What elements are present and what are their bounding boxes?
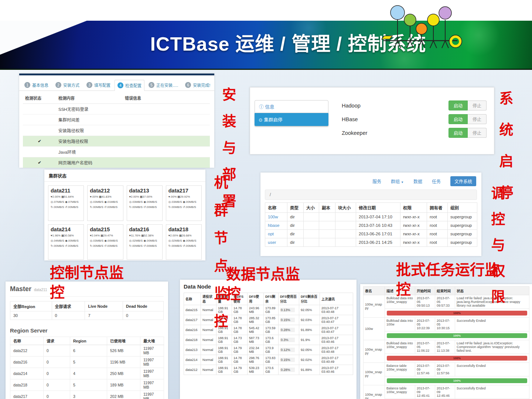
cell: supergroup	[448, 230, 477, 238]
balloon-people-logo	[381, 1, 466, 51]
service-row: HBase启动停止	[342, 112, 487, 126]
disk-write-icon: ↺	[183, 205, 185, 209]
memory-icon: ▦	[141, 234, 144, 237]
file-row: 100wdir2013-07-04 17:10rwxr-xr-xrootsupe…	[265, 213, 477, 221]
region-server-row: data21805189 MB11997 MB	[10, 379, 164, 391]
node-stat-line: ◎.02MB/S ◉.00MB/S	[129, 239, 160, 243]
file-link[interactable]: opt	[265, 230, 287, 238]
check-error	[123, 147, 210, 157]
node-stat-line: ♥.00% ▦29.92%	[168, 195, 199, 199]
cell: data214	[184, 355, 201, 365]
node-stat-line: ◎.07MB/S ◉.07MB/S	[51, 200, 81, 204]
cell: 92.05%	[299, 345, 320, 355]
step-label: 检查配置	[125, 82, 141, 88]
file-link[interactable]: 100w	[265, 213, 287, 221]
start-button[interactable]: 启动	[449, 100, 468, 110]
cell: 2013-07-17 03:40:46	[320, 335, 353, 345]
nav-link-数据[interactable]: 数据	[413, 178, 422, 184]
menu-item-info[interactable]: ⓘ信息	[255, 100, 328, 113]
cpu-icon: ♥	[168, 195, 170, 198]
nav-link-任务[interactable]: 任务	[432, 178, 441, 184]
wizard-step-4[interactable]: 4检查配置	[115, 80, 144, 91]
file-row: optdir2013-06-26 17:01rwxr-xr-xrootsuper…	[265, 230, 477, 238]
disk-read-icon: ↻	[129, 205, 132, 209]
service-row: Hadoop启动停止	[342, 99, 487, 112]
cpu-icon: ♥	[129, 234, 131, 237]
cell: data212	[184, 365, 201, 375]
task-table-name: 100w	[364, 318, 385, 340]
cell: 14.73 GB	[232, 335, 248, 345]
service-buttons: 启动停止	[449, 100, 487, 110]
progress-cell: 100%	[385, 354, 529, 363]
net-out-icon: ◉	[183, 239, 185, 242]
percent-value: 0.12%	[280, 348, 295, 352]
wizard-step-3[interactable]: 3填写配置	[83, 79, 113, 91]
stop-button[interactable]: 停止	[468, 114, 487, 124]
file-link[interactable]: hbase	[265, 221, 287, 230]
cell	[335, 213, 356, 221]
net-in-icon: ◎	[51, 239, 53, 242]
cpu-icon: ♥	[90, 195, 92, 198]
annotation-batch-task-monitor: 批式任务运行监控	[396, 260, 505, 299]
cell: 14.78 GB	[232, 305, 248, 315]
progress-cell: 100%	[385, 376, 529, 385]
start-button[interactable]: 启动	[449, 114, 468, 124]
slide-canvas: ICTBase 运维 / 管理 / 控制系统 1基本信息2安装方式3填写配置4检…	[0, 0, 532, 399]
batch-task-panel: 表名描述开始时间结束时间状态100w_snappyBulkload data i…	[360, 284, 532, 399]
nav-link-服务[interactable]: 服务	[372, 178, 381, 184]
stop-button[interactable]: 停止	[468, 100, 487, 110]
column-header: 上次通讯	[320, 293, 353, 305]
cell: 189 MB	[107, 379, 140, 391]
progress-bar: 100%	[387, 311, 527, 316]
wizard-step-6[interactable]: 6安装完成!	[182, 79, 213, 91]
file-link[interactable]: user	[265, 238, 287, 247]
cell: 0.28%	[279, 365, 299, 375]
task-start-time: 2013-07-05 10:22:39	[415, 318, 435, 331]
wizard-step-1[interactable]: 1基本信息	[21, 79, 51, 91]
check-content: 集群时间差	[56, 115, 123, 125]
cell: 0	[44, 345, 70, 357]
cell	[335, 238, 356, 247]
wizard-step-2[interactable]: 2安装方式	[52, 79, 82, 91]
task-start-time: 2013-07-09 12:45:41	[415, 385, 435, 399]
check-results-table: 检测状态检测内容错误信息SSH无密码登录集群时间差安装路径权限✔安装包路径权限J…	[23, 92, 210, 168]
node-stat-line: ↻.00MB/S ↺.00MB/S	[129, 205, 160, 209]
menu-item-cluster-start-stop[interactable]: ⊙集群启停	[255, 113, 328, 126]
net-in-icon: ◎	[168, 200, 171, 204]
task-desc: Bulkload data into 100w	[385, 318, 415, 331]
net-out-icon: ◉	[65, 200, 68, 204]
nav-link-群组[interactable]: 群组▼	[391, 178, 404, 184]
cell: 91.89%	[299, 365, 320, 375]
cell	[335, 230, 356, 238]
cell	[304, 213, 319, 221]
column-header: 全部Region	[10, 301, 52, 311]
cell: Normal	[201, 365, 216, 375]
net-in-icon: ◎	[168, 239, 171, 242]
net-out-icon: ◉	[183, 200, 185, 204]
filesystem-panel: 服务群组▼数据任务文件系统 / 名称类型大小副本块大小修改日期权限拥有者组别10…	[260, 173, 481, 256]
balloon-yellow	[427, 14, 439, 26]
check-content: Java环境	[56, 147, 123, 157]
wizard-step-5[interactable]: 5正在安装.....	[146, 79, 181, 91]
cell	[304, 230, 319, 238]
disk-read-icon: ↻	[168, 205, 171, 209]
start-button[interactable]: 启动	[449, 128, 468, 138]
net-in-icon: ◎	[90, 200, 92, 204]
net-in-icon: ◎	[90, 239, 92, 242]
region-server-title: Region Server	[10, 327, 164, 334]
check-status	[23, 104, 56, 115]
stop-button[interactable]: 停止	[468, 128, 487, 138]
check-row: Java环境	[23, 147, 210, 157]
task-start-time: 2013-07-05 11:06:22	[415, 340, 435, 354]
install-wizard-panel: 1基本信息2安装方式3填写配置4检查配置5正在安装.....6安装完成! 检测状…	[19, 74, 214, 168]
tab-filesystem[interactable]: 文件系统	[450, 176, 476, 186]
task-end-time: 2013-07-05 10:30:15	[435, 318, 455, 331]
service-buttons: 启动停止	[449, 128, 487, 138]
file-row: userdir2013-06-21 14:25rwxr-xr-xrootsupe…	[265, 238, 477, 247]
column-header: 名称	[184, 293, 201, 305]
cell: 188.91 GB	[216, 365, 232, 375]
node-stat-line: ◎.04MB/S ◉.00MB/S	[51, 239, 81, 243]
datanode-row: data217Normal188.91 GB14.78 GB285.32 MB1…	[184, 315, 353, 325]
check-content: SSH无密码登录	[56, 104, 123, 115]
memory-icon: ▦	[140, 195, 142, 198]
